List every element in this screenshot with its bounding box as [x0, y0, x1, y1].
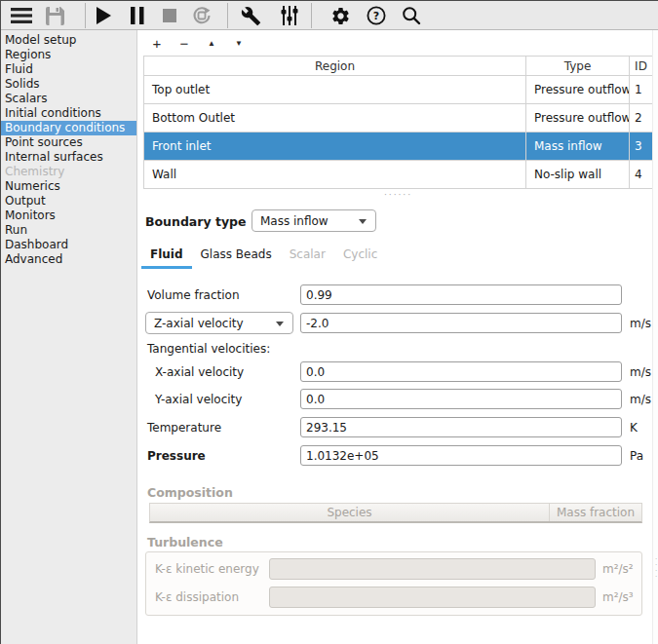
toolbar-separator — [227, 3, 228, 28]
sidebar-item-model-setup[interactable]: Model setup — [1, 33, 136, 48]
sidebar-item-scalars[interactable]: Scalars — [1, 92, 136, 106]
menu-button[interactable] — [7, 2, 36, 29]
id-cell: 4 — [630, 161, 653, 189]
sidebar-item-numerics[interactable]: Numerics — [1, 179, 136, 194]
volume-fraction-input[interactable] — [300, 284, 622, 305]
ke-dissipation-input — [269, 587, 596, 608]
composition-table-header: Species Mass fraction — [149, 503, 642, 523]
tab-fluid[interactable]: Fluid — [141, 244, 192, 268]
sidebar-item-point-sources[interactable]: Point sources — [1, 135, 136, 150]
sidebar-item-chemistry: Chemistry — [1, 165, 136, 179]
sidebar-item-internal-surfaces[interactable]: Internal surfaces — [1, 150, 136, 165]
composition-section-title: Composition — [147, 485, 233, 500]
x-axial-velocity-label: X-axial velocity — [155, 365, 244, 379]
sliders-icon — [281, 6, 298, 25]
ke-dissipation-unit: m²/s³ — [602, 590, 634, 604]
pressure-unit: Pa — [630, 449, 643, 463]
sidebar-item-boundary-conditions[interactable]: Boundary conditions — [1, 121, 136, 135]
temperature-input[interactable] — [300, 417, 622, 437]
sidebar-item-fluid[interactable]: Fluid — [1, 62, 136, 77]
table-row-selected[interactable]: Front inlet Mass inflow 3 — [144, 133, 653, 161]
play-icon — [96, 7, 111, 24]
sidebar-item-solids[interactable]: Solids — [1, 77, 136, 92]
parameters-button[interactable] — [275, 2, 304, 29]
z-axial-velocity-value: Z-axial velocity — [154, 317, 244, 330]
species-column-header: Species — [150, 504, 550, 521]
pressure-label: Pressure — [147, 449, 206, 463]
remove-region-button[interactable]: − — [173, 35, 196, 53]
turbulence-section-title: Turbulence — [147, 535, 223, 549]
vertical-scrollbar[interactable]: ···· — [652, 30, 658, 644]
boundary-type-dropdown[interactable]: Mass inflow — [252, 209, 376, 232]
id-cell: 1 — [630, 76, 653, 104]
save-button — [40, 2, 69, 29]
column-header-region[interactable]: Region — [144, 57, 526, 76]
svg-text:?: ? — [373, 10, 379, 22]
move-up-button[interactable]: ▲ — [200, 35, 223, 53]
sidebar-item-run[interactable]: Run — [1, 223, 136, 238]
scrollbar-handle[interactable]: ···· — [654, 556, 658, 580]
y-velocity-unit: m/s — [630, 393, 651, 406]
x-axial-velocity-input[interactable] — [300, 361, 622, 382]
stop-icon — [163, 9, 176, 22]
search-button[interactable] — [397, 2, 426, 29]
tab-scalar: Scalar — [281, 244, 334, 268]
pause-button[interactable] — [123, 2, 152, 29]
type-cell: No-slip wall — [526, 161, 630, 189]
sidebar-item-monitors[interactable]: Monitors — [1, 208, 136, 223]
table-header-row: Region Type ID — [144, 57, 653, 76]
temperature-unit: K — [630, 421, 638, 435]
navigation-sidebar: Model setup Regions Fluid Solids Scalars… — [1, 30, 137, 644]
id-cell: 3 — [630, 133, 653, 161]
ke-kinetic-energy-unit: m²/s² — [602, 562, 634, 576]
x-velocity-unit: m/s — [630, 365, 651, 379]
mass-fraction-column-header: Mass fraction — [550, 504, 641, 521]
region-cell: Bottom Outlet — [144, 104, 526, 133]
type-cell: Pressure outflow — [526, 104, 630, 133]
y-axial-velocity-input[interactable] — [300, 389, 622, 409]
sidebar-item-dashboard[interactable]: Dashboard — [1, 238, 136, 252]
help-button[interactable]: ? — [362, 2, 391, 29]
app-window: ? Model setup Regions Fluid Solids Scala… — [0, 0, 658, 644]
pause-icon — [131, 7, 144, 24]
sidebar-item-regions[interactable]: Regions — [1, 48, 136, 62]
boundary-type-label: Boundary type — [145, 214, 247, 229]
main-toolbar: ? — [1, 1, 658, 30]
ke-kinetic-energy-label: K-ε kinetic energy — [155, 562, 259, 576]
table-row[interactable]: Wall No-slip wall 4 — [144, 161, 653, 189]
settings-button[interactable] — [326, 2, 355, 29]
search-icon — [402, 6, 421, 25]
help-icon: ? — [367, 6, 386, 25]
stop-button — [155, 2, 184, 29]
tangential-velocities-label: Tangential velocities: — [147, 342, 270, 356]
move-down-button[interactable]: ▼ — [227, 35, 251, 53]
z-axial-velocity-input[interactable] — [300, 313, 622, 333]
pressure-input[interactable] — [300, 445, 622, 466]
type-cell: Mass inflow — [526, 133, 630, 161]
sidebar-item-initial-conditions[interactable]: Initial conditions — [1, 106, 136, 121]
type-cell: Pressure outflow — [526, 76, 630, 104]
region-cell: Front inlet — [144, 133, 526, 161]
splitter-handle[interactable]: ······ — [137, 190, 658, 200]
table-row[interactable]: Bottom Outlet Pressure outflow 2 — [144, 104, 653, 133]
table-row[interactable]: Top outlet Pressure outflow 1 — [144, 76, 653, 104]
gear-icon — [330, 6, 351, 26]
hamburger-icon — [11, 7, 32, 24]
toolbar-separator — [311, 3, 312, 28]
z-axial-velocity-dropdown[interactable]: Z-axial velocity — [145, 312, 293, 334]
reset-button — [187, 2, 216, 29]
add-region-button[interactable]: + — [145, 35, 169, 53]
tab-glass-beads[interactable]: Glass Beads — [192, 244, 281, 268]
region-cell: Wall — [144, 161, 526, 189]
ke-dissipation-label: K-ε dissipation — [155, 590, 239, 604]
column-header-id[interactable]: ID — [630, 57, 653, 76]
z-velocity-unit: m/s — [630, 317, 651, 330]
reset-icon — [192, 6, 212, 25]
wrench-icon — [241, 6, 261, 26]
sidebar-item-output[interactable]: Output — [1, 194, 136, 208]
toolbar-separator — [85, 3, 86, 28]
build-button[interactable] — [236, 2, 265, 29]
run-button[interactable] — [89, 2, 118, 29]
column-header-type[interactable]: Type — [526, 57, 630, 76]
sidebar-item-advanced[interactable]: Advanced — [1, 252, 136, 267]
